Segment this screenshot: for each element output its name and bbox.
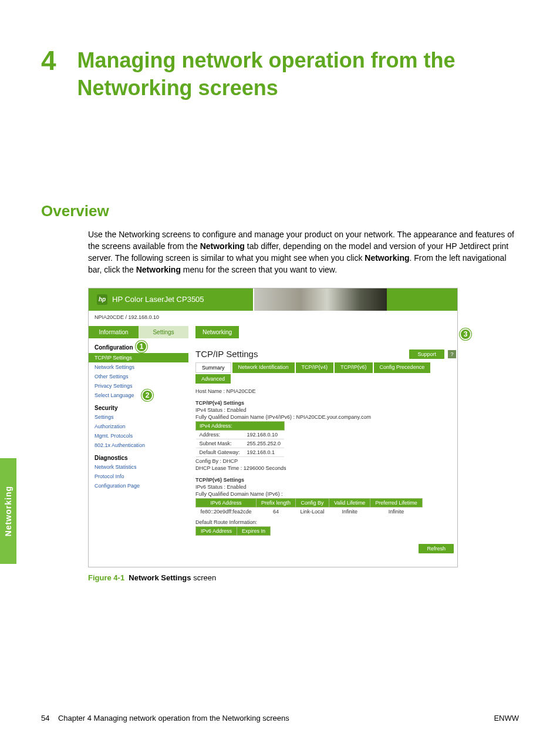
nav-tcpip-settings[interactable]: TCP/IP Settings: [89, 353, 188, 362]
page-footer: 54 Chapter 4 Managing network operation …: [41, 714, 519, 723]
table-row: Address:192.168.0.10: [196, 430, 285, 439]
callout-2: 2: [141, 389, 153, 401]
tab-information[interactable]: Information: [89, 326, 139, 338]
hostname-field: Host Name : NPIA20CDE: [195, 388, 456, 394]
figure-number: Figure 4-1: [88, 573, 124, 582]
nav-network-stats[interactable]: Network Statistics: [89, 462, 188, 472]
ipv6-route-table: IPv6 Address Expires In: [195, 526, 271, 536]
table-row: Default Gateway:192.168.0.1: [196, 448, 285, 456]
ipv6-valid: Infinite: [329, 507, 370, 516]
nav-protocol-info[interactable]: Protocol Info: [89, 472, 188, 481]
left-column: Information Settings Configuration 1 TCP…: [89, 326, 188, 567]
ipv6-status: IPv6 Status : Enabled: [195, 484, 456, 490]
ipv4-configby: Config By : DHCP: [195, 458, 456, 464]
ipv4-addr-label: Address:: [196, 430, 244, 439]
nav-select-language[interactable]: Select Language 2: [89, 391, 188, 400]
itab-network-id[interactable]: Network Identification: [232, 362, 295, 373]
nav-other-settings[interactable]: Other Settings: [89, 372, 188, 381]
nav-network-settings[interactable]: Network Settings: [89, 362, 188, 372]
nav-privacy-settings[interactable]: Privacy Settings: [89, 381, 188, 391]
side-tab-label: Networking: [4, 486, 13, 536]
callout-1: 1: [136, 341, 147, 352]
ipv6-route-col-exp: Expires In: [237, 526, 271, 535]
titlebar-left: hp HP Color LaserJet CP3505: [89, 288, 253, 311]
main-tabbar: Networking: [195, 326, 456, 338]
ipv6-fqdn: Fully Qualified Domain Name (IPv6) :: [195, 491, 456, 497]
table-row: Subnet Mask:255.255.252.0: [196, 439, 285, 448]
ipv4-gw-label: Default Gateway:: [196, 448, 244, 456]
ipv4-mask-value: 255.255.252.0: [244, 439, 285, 448]
figure-caption: Figure 4-1 Network Settings screen: [88, 573, 519, 582]
nav-select-language-label: Select Language: [95, 392, 134, 398]
itab-summary[interactable]: Summary: [195, 362, 231, 373]
breadcrumb: NPIA20CDE / 192.168.0.10: [89, 311, 457, 326]
ipv6-route-label: Default Route Information:: [195, 519, 456, 525]
footer-right: ENWW: [494, 714, 519, 723]
ipv6-route-col-addr: IPv6 Address: [196, 526, 237, 535]
titlebar-photo: [253, 288, 387, 311]
nav-authorization[interactable]: Authorization: [89, 422, 188, 431]
nav-8021x[interactable]: 802.1x Authentication: [89, 441, 188, 450]
figure-caption-rest: screen: [191, 573, 217, 582]
inner-tabs: Summary Network Identification TCP/IP(v4…: [195, 362, 456, 373]
support-button[interactable]: Support: [409, 350, 444, 359]
top-nav-tabs: Information Settings: [89, 326, 188, 338]
security-heading: Security: [89, 400, 188, 412]
titlebar: hp HP Color LaserJet CP3505: [89, 288, 457, 311]
ipv4-fqdn: Fully Qualified Domain Name (IPv4/IPv6) …: [195, 414, 456, 420]
nav-config-page[interactable]: Configuration Page: [89, 481, 188, 490]
section-title: Overview: [41, 202, 519, 220]
ipv4-settings-head: TCP/IP(v4) Settings: [195, 400, 456, 406]
help-icon[interactable]: ?: [448, 350, 456, 358]
table-row: fe80::20e9dff:fea2cde 64 Link-Local Infi…: [196, 507, 423, 516]
ipv4-lease: DHCP Lease Time : 1296000 Seconds: [195, 465, 456, 471]
inner-tabs-row2: Advanced: [195, 374, 456, 384]
chapter-number: 4: [41, 47, 56, 74]
ipv6-preferred: Infinite: [370, 507, 423, 516]
ipv4-address-head: IPv4 Address:: [196, 421, 285, 430]
tab-networking[interactable]: Networking: [195, 326, 239, 338]
ipv6-col-preferred: Preferred Lifetime: [370, 498, 423, 507]
page-number: 54: [41, 714, 49, 723]
callout-3: 3: [460, 328, 471, 340]
chapter-title: Managing network operation from the Netw…: [77, 47, 519, 102]
ipv4-addr-value: 192.168.0.10: [244, 430, 285, 439]
figure-screenshot: hp HP Color LaserJet CP3505 NPIA20CDE / …: [88, 288, 458, 567]
overview-paragraph: Use the Networking screens to configure …: [41, 228, 519, 276]
hp-logo-icon: hp: [97, 294, 107, 305]
refresh-button[interactable]: Refresh: [419, 544, 454, 553]
ipv6-col-prefix: Prefix length: [256, 498, 295, 507]
footer-chapter: Chapter 4 Managing network operation fro…: [58, 714, 289, 723]
footer-left: 54 Chapter 4 Managing network operation …: [41, 714, 289, 723]
configuration-heading: Configuration 1: [89, 338, 188, 353]
refresh-row: Refresh: [195, 544, 456, 553]
chapter-heading: 4 Managing network operation from the Ne…: [41, 47, 519, 102]
nav-sec-settings[interactable]: Settings: [89, 412, 188, 422]
product-name: HP Color LaserJet CP3505: [112, 295, 204, 304]
configuration-label: Configuration: [95, 344, 133, 351]
diagnostics-heading: Diagnostics: [89, 450, 188, 462]
titlebar-right: [387, 288, 457, 311]
ipv6-configby: Link-Local: [295, 507, 329, 516]
itab-config-precedence[interactable]: Config Precedence: [374, 362, 431, 373]
ipv6-settings-head: TCP/IP(v6) Settings: [195, 477, 456, 483]
figure-caption-bold: Network Settings: [129, 573, 191, 582]
tab-settings[interactable]: Settings: [139, 326, 188, 338]
side-tab: Networking: [0, 458, 16, 564]
ipv4-mask-label: Subnet Mask:: [196, 439, 244, 448]
ipv6-col-addr: IPv6 Address: [196, 498, 257, 507]
ipv6-prefix: 64: [256, 507, 295, 516]
itab-tcpipv6[interactable]: TCP/IP(v6): [335, 362, 373, 373]
ipv6-table: IPv6 Address Prefix length Config By Val…: [195, 498, 423, 516]
right-column: Networking 3 TCP/IP Settings Support ? S…: [188, 326, 457, 567]
ipv4-address-table: IPv4 Address: Address:192.168.0.10 Subne…: [195, 421, 285, 457]
itab-advanced[interactable]: Advanced: [195, 374, 231, 384]
page: Networking 4 Managing network operation …: [0, 0, 560, 746]
ipv6-col-valid: Valid Lifetime: [329, 498, 370, 507]
ipv6-addr: fe80::20e9dff:fea2cde: [196, 507, 257, 516]
content: 4 Managing network operation from the Ne…: [0, 0, 560, 582]
nav-mgmt-protocols[interactable]: Mgmt. Protocols: [89, 431, 188, 441]
itab-tcpipv4[interactable]: TCP/IP(v4): [296, 362, 334, 373]
ipv6-col-configby: Config By: [295, 498, 329, 507]
screenshot-body: Information Settings Configuration 1 TCP…: [89, 326, 457, 567]
